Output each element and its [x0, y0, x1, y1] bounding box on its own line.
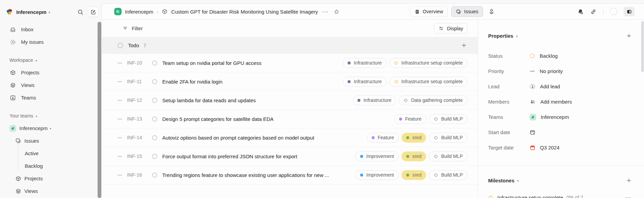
sidebar-item-my-issues[interactable]: My issues: [5, 36, 98, 48]
milestone-pill[interactable]: Build MLP: [429, 114, 468, 124]
more-options-icon[interactable]: ⋯: [625, 194, 632, 198]
milestones-header[interactable]: Milestones ▾: [488, 175, 632, 186]
label-pill-highlighted[interactable]: sred: [401, 151, 426, 161]
teams-value[interactable]: Inferencepm: [529, 114, 569, 121]
new-issue-button[interactable]: [88, 7, 98, 17]
sidebar-section-workspace[interactable]: Workspace ▾: [5, 54, 98, 66]
sidebar-item-views[interactable]: Views: [5, 79, 98, 91]
tab-issues[interactable]: Issues: [451, 6, 483, 17]
sidebar-item-projects[interactable]: Projects: [5, 66, 98, 79]
panel-scrollbar-thumb[interactable]: [641, 21, 644, 72]
label-pill-highlighted[interactable]: sred: [401, 170, 426, 180]
status-todo-icon[interactable]: [152, 173, 157, 178]
properties-header[interactable]: Properties ▾: [488, 30, 632, 41]
label-pill[interactable]: Infrastructure: [343, 58, 386, 68]
teams-text: Inferencepm: [541, 114, 569, 120]
milestone-pill[interactable]: Build MLP: [429, 133, 468, 143]
notifications-bell-icon[interactable]: [577, 8, 584, 15]
sidebar-item-backlog[interactable]: Backlog: [5, 160, 98, 172]
priority-value[interactable]: No priority: [529, 68, 563, 74]
status-todo-icon[interactable]: [152, 154, 157, 159]
issue-title[interactable]: Setup lambda for data reads and updates: [162, 97, 256, 103]
status-todo-icon[interactable]: [152, 116, 157, 122]
sidebar-item-active[interactable]: Active: [5, 147, 98, 160]
milestone-pill[interactable]: Data gathering complete: [399, 95, 468, 105]
issue-row[interactable]: INF-11 Enable 2FA for nvidia login Infra…: [102, 72, 478, 91]
property-label: Lead: [488, 84, 529, 89]
issue-title[interactable]: Design 5 prompt categories for satellite…: [162, 116, 274, 122]
more-options-icon[interactable]: ⋯: [322, 8, 329, 16]
panel-icon: [626, 9, 632, 15]
property-label: Teams: [488, 114, 529, 120]
add-property-button[interactable]: [626, 33, 632, 39]
issue-title[interactable]: Autoviz options based on prompt categori…: [162, 135, 314, 141]
priority-none-icon[interactable]: [117, 79, 123, 85]
issue-title[interactable]: Team setup on nvidia portal for GPU acce…: [162, 60, 262, 66]
label-pill-highlighted[interactable]: sred: [401, 133, 426, 143]
issue-title[interactable]: Enable 2FA for nvidia login: [162, 79, 223, 85]
issue-row[interactable]: INF-13 Design 5 prompt categories for sa…: [102, 110, 478, 128]
issue-row[interactable]: INF-12 Setup lambda for data reads and u…: [102, 91, 478, 110]
status-todo-icon[interactable]: [152, 79, 157, 84]
add-view-button[interactable]: [486, 6, 497, 17]
breadcrumb-project-title[interactable]: Custom GPT for Disaster Risk Monitoring …: [171, 9, 318, 15]
label-pill[interactable]: Infrastructure: [343, 77, 386, 87]
add-issue-button[interactable]: [461, 42, 467, 48]
favorite-star-icon[interactable]: [334, 9, 339, 15]
priority-none-icon[interactable]: [117, 172, 123, 178]
sidebar-item-teams[interactable]: Teams: [5, 91, 98, 104]
sidebar-item-label: Views: [21, 82, 35, 88]
label-pill[interactable]: Feature: [367, 133, 399, 143]
label-pill[interactable]: Feature: [394, 114, 426, 124]
label-pill[interactable]: Improvement: [355, 170, 399, 180]
issue-row[interactable]: INF-15 Force output format into preferre…: [102, 147, 478, 166]
breadcrumb-team[interactable]: Inferencepm: [125, 9, 153, 15]
avatar-placeholder[interactable]: [610, 8, 617, 15]
sidebar-item-team-issues[interactable]: Issues: [5, 134, 98, 147]
status-todo-icon[interactable]: [152, 135, 157, 140]
calendar-add-icon: [529, 129, 536, 136]
sidebar-item-team-inferencepm[interactable]: Inferencepm ▾: [5, 122, 98, 134]
search-button[interactable]: [75, 7, 85, 17]
add-milestone-button[interactable]: [626, 178, 632, 183]
milestone-item[interactable]: Infrastructure setup complete 0% of 2 ⋯: [488, 191, 632, 198]
milestone-pill[interactable]: Infrastructure setup complete: [389, 58, 468, 68]
issue-title[interactable]: Force output format into preferred JSON …: [162, 154, 297, 159]
toggle-right-panel-button[interactable]: [624, 7, 635, 16]
issue-row[interactable]: INF-16 Trending regions feature to showc…: [102, 166, 478, 184]
issue-row[interactable]: INF-10 Team setup on nvidia portal for G…: [102, 54, 478, 72]
copy-link-icon[interactable]: [590, 8, 597, 15]
lead-value[interactable]: Add lead: [529, 84, 560, 90]
priority-none-icon[interactable]: [117, 97, 123, 103]
property-label: Target date: [488, 145, 529, 150]
display-button[interactable]: Display: [434, 23, 468, 34]
sidebar-section-your-teams[interactable]: Your teams ▾: [5, 110, 98, 122]
status-value[interactable]: Backlog: [529, 53, 558, 59]
issue-row[interactable]: INF-14 Autoviz options based on prompt c…: [102, 128, 478, 147]
label-pill[interactable]: Infrastructure: [353, 95, 396, 105]
sidebar-item-inbox[interactable]: Inbox: [5, 23, 98, 36]
label-text: Feature: [378, 135, 394, 140]
priority-none-icon[interactable]: [117, 60, 123, 66]
start-date-value[interactable]: [529, 129, 540, 136]
workspace-switcher[interactable]: Inferencepm ▾: [5, 6, 98, 18]
members-value[interactable]: Add members: [529, 98, 572, 105]
milestone-pill[interactable]: Infrastructure setup complete: [389, 77, 468, 87]
status-todo-icon[interactable]: [152, 60, 157, 66]
sidebar-item-team-projects[interactable]: Projects: [5, 172, 98, 185]
issue-title[interactable]: Trending regions feature to showcase exi…: [162, 172, 329, 178]
property-target-date: Target date Q3 2024: [488, 140, 632, 155]
milestone-pill[interactable]: Build MLP: [429, 170, 468, 180]
priority-none-icon[interactable]: [117, 116, 123, 122]
sidebar-item-team-views[interactable]: Views: [5, 185, 98, 197]
label-pill[interactable]: Improvement: [355, 151, 399, 161]
priority-none-icon[interactable]: [117, 135, 123, 141]
milestone-pill[interactable]: Build MLP: [429, 151, 468, 161]
priority-none-icon[interactable]: [117, 154, 123, 159]
status-todo-icon[interactable]: [152, 98, 157, 103]
milestone-diamond-icon: [394, 61, 398, 65]
list-scrollbar-thumb[interactable]: [98, 22, 101, 198]
filter-button[interactable]: Filter: [132, 26, 143, 31]
tab-overview[interactable]: Overview: [410, 6, 448, 17]
target-date-value[interactable]: Q3 2024: [529, 145, 560, 151]
